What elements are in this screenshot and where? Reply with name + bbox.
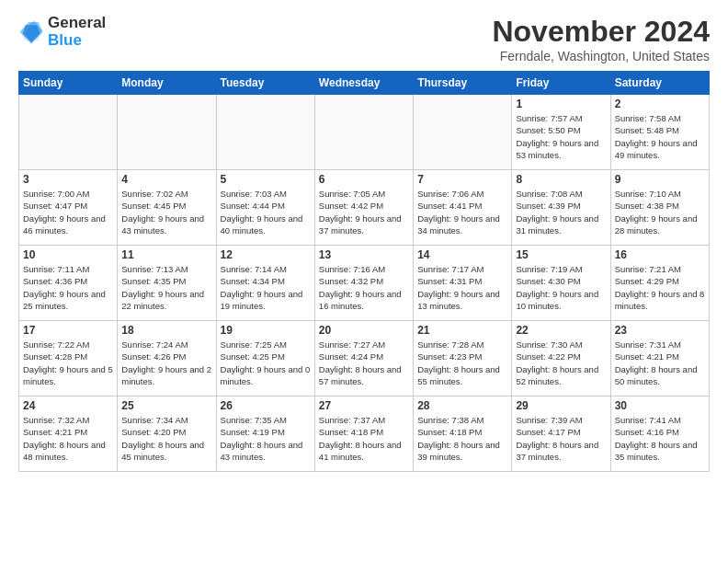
day-number: 26: [221, 399, 311, 412]
day-number: 23: [615, 324, 705, 337]
day-number: 2: [615, 98, 705, 110]
day-info: Sunrise: 7:30 AM Sunset: 4:22 PM Dayligh…: [516, 339, 606, 387]
day-info: Sunrise: 7:08 AM Sunset: 4:39 PM Dayligh…: [516, 188, 606, 236]
day-info: Sunrise: 7:35 AM Sunset: 4:19 PM Dayligh…: [221, 414, 311, 463]
day-info: Sunrise: 7:05 AM Sunset: 4:42 PM Dayligh…: [319, 188, 409, 236]
day-cell: [19, 95, 118, 170]
day-number: 14: [417, 248, 507, 261]
week-row-5: 24Sunrise: 7:32 AM Sunset: 4:21 PM Dayli…: [19, 396, 710, 472]
day-info: Sunrise: 7:14 AM Sunset: 4:34 PM Dayligh…: [221, 263, 311, 312]
header-friday: Friday: [512, 72, 610, 95]
day-info: Sunrise: 7:58 AM Sunset: 5:48 PM Dayligh…: [615, 112, 705, 161]
day-cell: [216, 95, 314, 170]
day-cell: 10Sunrise: 7:11 AM Sunset: 4:36 PM Dayli…: [19, 246, 118, 321]
location: Ferndale, Washington, United States: [492, 49, 710, 63]
day-cell: 12Sunrise: 7:14 AM Sunset: 4:34 PM Dayli…: [216, 246, 314, 321]
day-number: 25: [121, 399, 211, 412]
week-row-4: 17Sunrise: 7:22 AM Sunset: 4:28 PM Dayli…: [19, 321, 710, 396]
day-number: 17: [23, 324, 113, 337]
day-info: Sunrise: 7:06 AM Sunset: 4:41 PM Dayligh…: [417, 188, 507, 236]
day-cell: [314, 95, 413, 170]
day-cell: 15Sunrise: 7:19 AM Sunset: 4:30 PM Dayli…: [512, 246, 610, 321]
day-cell: [118, 95, 216, 170]
day-info: Sunrise: 7:25 AM Sunset: 4:25 PM Dayligh…: [221, 339, 311, 387]
day-info: Sunrise: 7:11 AM Sunset: 4:36 PM Dayligh…: [23, 263, 113, 312]
day-info: Sunrise: 7:34 AM Sunset: 4:20 PM Dayligh…: [121, 414, 211, 463]
day-info: Sunrise: 7:21 AM Sunset: 4:29 PM Dayligh…: [615, 263, 705, 312]
day-info: Sunrise: 7:28 AM Sunset: 4:23 PM Dayligh…: [417, 339, 507, 387]
day-cell: [414, 95, 512, 170]
day-cell: 18Sunrise: 7:24 AM Sunset: 4:26 PM Dayli…: [118, 321, 216, 396]
day-number: 11: [121, 248, 211, 261]
day-number: 24: [23, 399, 113, 412]
day-info: Sunrise: 7:16 AM Sunset: 4:32 PM Dayligh…: [319, 263, 409, 312]
day-number: 6: [319, 173, 409, 186]
day-cell: 22Sunrise: 7:30 AM Sunset: 4:22 PM Dayli…: [512, 321, 610, 396]
day-info: Sunrise: 7:03 AM Sunset: 4:44 PM Dayligh…: [221, 188, 311, 236]
day-cell: 16Sunrise: 7:21 AM Sunset: 4:29 PM Dayli…: [610, 246, 709, 321]
day-cell: 5Sunrise: 7:03 AM Sunset: 4:44 PM Daylig…: [216, 170, 314, 246]
day-cell: 14Sunrise: 7:17 AM Sunset: 4:31 PM Dayli…: [414, 246, 512, 321]
header-tuesday: Tuesday: [216, 72, 314, 95]
logo-text: General Blue: [48, 15, 106, 49]
day-number: 29: [516, 399, 606, 412]
logo-icon: [18, 19, 44, 45]
header: General Blue November 2024 Ferndale, Was…: [18, 15, 710, 63]
day-number: 21: [417, 324, 507, 337]
day-cell: 23Sunrise: 7:31 AM Sunset: 4:21 PM Dayli…: [610, 321, 709, 396]
day-header-row: Sunday Monday Tuesday Wednesday Thursday…: [19, 72, 710, 95]
day-number: 12: [221, 248, 311, 261]
day-number: 30: [615, 399, 705, 412]
day-cell: 19Sunrise: 7:25 AM Sunset: 4:25 PM Dayli…: [216, 321, 314, 396]
day-info: Sunrise: 7:37 AM Sunset: 4:18 PM Dayligh…: [319, 414, 409, 463]
day-number: 18: [121, 324, 211, 337]
day-cell: 29Sunrise: 7:39 AM Sunset: 4:17 PM Dayli…: [512, 396, 610, 472]
day-info: Sunrise: 7:39 AM Sunset: 4:17 PM Dayligh…: [516, 414, 606, 463]
day-number: 19: [221, 324, 311, 337]
day-number: 4: [121, 173, 211, 186]
day-number: 27: [319, 399, 409, 412]
day-cell: 1Sunrise: 7:57 AM Sunset: 5:50 PM Daylig…: [512, 95, 610, 170]
week-row-3: 10Sunrise: 7:11 AM Sunset: 4:36 PM Dayli…: [19, 246, 710, 321]
day-info: Sunrise: 7:27 AM Sunset: 4:24 PM Dayligh…: [319, 339, 409, 387]
day-number: 13: [319, 248, 409, 261]
day-info: Sunrise: 7:10 AM Sunset: 4:38 PM Dayligh…: [615, 188, 705, 236]
day-cell: 24Sunrise: 7:32 AM Sunset: 4:21 PM Dayli…: [19, 396, 118, 472]
day-info: Sunrise: 7:02 AM Sunset: 4:45 PM Dayligh…: [121, 188, 211, 236]
day-cell: 30Sunrise: 7:41 AM Sunset: 4:16 PM Dayli…: [610, 396, 709, 472]
calendar-table: Sunday Monday Tuesday Wednesday Thursday…: [18, 71, 710, 472]
day-number: 20: [319, 324, 409, 337]
day-cell: 3Sunrise: 7:00 AM Sunset: 4:47 PM Daylig…: [19, 170, 118, 246]
day-number: 10: [23, 248, 113, 261]
header-wednesday: Wednesday: [314, 72, 413, 95]
day-info: Sunrise: 7:19 AM Sunset: 4:30 PM Dayligh…: [516, 263, 606, 312]
day-number: 16: [615, 248, 705, 261]
day-info: Sunrise: 7:32 AM Sunset: 4:21 PM Dayligh…: [23, 414, 113, 463]
day-cell: 2Sunrise: 7:58 AM Sunset: 5:48 PM Daylig…: [610, 95, 709, 170]
day-number: 15: [516, 248, 606, 261]
day-cell: 21Sunrise: 7:28 AM Sunset: 4:23 PM Dayli…: [414, 321, 512, 396]
day-cell: 9Sunrise: 7:10 AM Sunset: 4:38 PM Daylig…: [610, 170, 709, 246]
logo: General Blue: [18, 15, 106, 49]
day-number: 22: [516, 324, 606, 337]
day-info: Sunrise: 7:24 AM Sunset: 4:26 PM Dayligh…: [121, 339, 211, 387]
day-cell: 8Sunrise: 7:08 AM Sunset: 4:39 PM Daylig…: [512, 170, 610, 246]
day-cell: 25Sunrise: 7:34 AM Sunset: 4:20 PM Dayli…: [118, 396, 216, 472]
day-cell: 17Sunrise: 7:22 AM Sunset: 4:28 PM Dayli…: [19, 321, 118, 396]
day-cell: 4Sunrise: 7:02 AM Sunset: 4:45 PM Daylig…: [118, 170, 216, 246]
day-number: 28: [417, 399, 507, 412]
day-cell: 6Sunrise: 7:05 AM Sunset: 4:42 PM Daylig…: [314, 170, 413, 246]
page: General Blue November 2024 Ferndale, Was…: [0, 0, 728, 481]
header-monday: Monday: [118, 72, 216, 95]
day-number: 9: [615, 173, 705, 186]
day-info: Sunrise: 7:31 AM Sunset: 4:21 PM Dayligh…: [615, 339, 705, 387]
day-number: 8: [516, 173, 606, 186]
day-number: 3: [23, 173, 113, 186]
day-info: Sunrise: 7:00 AM Sunset: 4:47 PM Dayligh…: [23, 188, 113, 236]
day-info: Sunrise: 7:22 AM Sunset: 4:28 PM Dayligh…: [23, 339, 113, 387]
month-title: November 2024: [492, 15, 710, 49]
week-row-1: 1Sunrise: 7:57 AM Sunset: 5:50 PM Daylig…: [19, 95, 710, 170]
title-block: November 2024 Ferndale, Washington, Unit…: [492, 15, 710, 63]
day-info: Sunrise: 7:41 AM Sunset: 4:16 PM Dayligh…: [615, 414, 705, 463]
header-sunday: Sunday: [19, 72, 118, 95]
